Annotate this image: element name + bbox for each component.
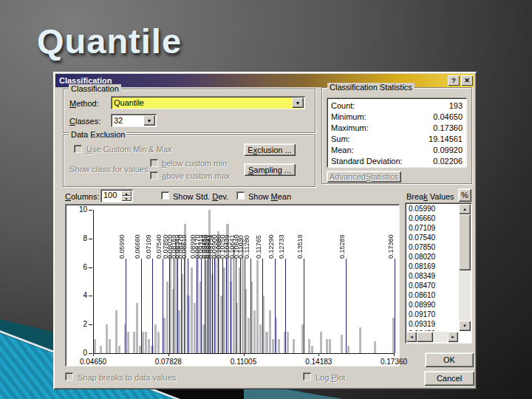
- break-line[interactable]: [163, 259, 163, 353]
- break-line[interactable]: [262, 259, 263, 353]
- break-line[interactable]: [169, 259, 170, 353]
- break-value-list-item[interactable]: 0.09459: [407, 329, 458, 331]
- horizontal-scrollbar[interactable]: ◄ ►: [406, 332, 458, 342]
- break-line[interactable]: [240, 259, 241, 353]
- vertical-scrollbar[interactable]: ▲ ▼: [459, 204, 471, 331]
- break-value-list-item[interactable]: 0.07540: [407, 233, 458, 242]
- close-icon[interactable]: ✕: [461, 75, 473, 86]
- break-line[interactable]: [184, 259, 185, 353]
- break-line[interactable]: [226, 259, 227, 353]
- break-line[interactable]: [275, 259, 276, 353]
- break-line[interactable]: [395, 259, 395, 353]
- statistic-value: 19.14561: [429, 134, 463, 145]
- break-line[interactable]: [188, 259, 188, 353]
- log-plot-checkbox[interactable]: [303, 372, 311, 381]
- break-line[interactable]: [205, 259, 205, 353]
- break-line[interactable]: [346, 259, 347, 353]
- break-line[interactable]: [208, 259, 208, 353]
- x-axis-tick: [394, 353, 395, 356]
- break-line[interactable]: [214, 259, 215, 353]
- break-line[interactable]: [218, 259, 219, 353]
- break-line[interactable]: [250, 259, 251, 353]
- classes-combobox[interactable]: 32 ▼: [111, 114, 157, 127]
- break-line[interactable]: [177, 259, 178, 353]
- ok-button[interactable]: OK: [425, 352, 474, 367]
- data-exclusion-group: Data Exclusion Use Custom Min & Max Show…: [63, 134, 316, 187]
- scroll-left-icon[interactable]: ◄: [406, 332, 417, 342]
- break-value-list-item[interactable]: 0.08169: [407, 262, 458, 271]
- break-line-label: 0.11765: [255, 213, 262, 259]
- classes-label: Classes:: [69, 117, 100, 126]
- break-line[interactable]: [181, 259, 182, 353]
- break-values-listbox[interactable]: 0.059900.066600.071090.075400.078500.080…: [405, 202, 472, 344]
- break-value-list-item[interactable]: 0.07109: [407, 223, 458, 233]
- y-axis-tick-label: 2: [66, 320, 87, 328]
- break-line-label: 0.05990: [118, 213, 126, 259]
- statistics-group-label: Classification Statistics: [327, 83, 415, 92]
- break-line[interactable]: [174, 259, 174, 353]
- break-line-label: 0.11280: [243, 213, 250, 259]
- x-axis-tick: [93, 353, 94, 356]
- x-axis-tick: [244, 353, 245, 356]
- statistics-row: Mean:0.09920: [331, 145, 463, 156]
- classification-group-label: Classification: [69, 84, 121, 93]
- horizontal-scroll-thumb[interactable]: [417, 332, 433, 342]
- use-custom-min-max-checkbox[interactable]: [74, 145, 82, 153]
- statistics-row: Standard Deviation:0.02206: [331, 156, 463, 167]
- cancel-button[interactable]: Cancel: [424, 371, 474, 386]
- advanced-statistics-button[interactable]: Advanced Statistics: [327, 171, 401, 183]
- break-line[interactable]: [304, 259, 304, 353]
- spin-up-icon[interactable]: ▲: [121, 191, 132, 196]
- break-line[interactable]: [126, 259, 126, 353]
- break-line[interactable]: [197, 259, 197, 353]
- break-line-label: 0.06660: [134, 213, 141, 259]
- y-axis-tick-label: 10: [66, 205, 87, 214]
- snap-breaks-checkbox[interactable]: [65, 372, 73, 381]
- method-combobox[interactable]: Quantile ▼: [111, 96, 305, 109]
- slide-title: Quantile: [37, 21, 182, 61]
- y-axis-tick: [89, 296, 92, 296]
- scroll-right-icon[interactable]: ►: [448, 332, 458, 342]
- columns-spinner[interactable]: 100 ▲ ▼: [100, 189, 133, 202]
- break-line[interactable]: [201, 259, 202, 353]
- below-custom-min-checkbox[interactable]: [150, 159, 158, 167]
- break-value-list-item[interactable]: 0.09170: [407, 310, 458, 319]
- break-line[interactable]: [231, 259, 231, 353]
- y-axis-tick-label: 4: [66, 291, 87, 299]
- exclusion-button[interactable]: Exclusion ...: [244, 143, 296, 156]
- chevron-down-icon[interactable]: ▼: [143, 115, 155, 126]
- break-line[interactable]: [152, 259, 153, 353]
- above-custom-max-checkbox[interactable]: [150, 171, 158, 180]
- spin-down-icon[interactable]: ▼: [121, 196, 132, 201]
- help-icon[interactable]: ?: [448, 75, 460, 86]
- break-value-list-item[interactable]: 0.08349: [407, 271, 458, 281]
- chevron-down-icon[interactable]: ▼: [292, 98, 304, 108]
- break-line[interactable]: [245, 259, 245, 353]
- statistic-value: 193: [449, 100, 463, 112]
- show-mean-checkbox[interactable]: [236, 191, 245, 200]
- break-value-list-item[interactable]: 0.05990: [407, 204, 458, 214]
- break-value-list-item[interactable]: 0.07850: [407, 242, 458, 252]
- break-line[interactable]: [212, 259, 213, 353]
- scroll-down-icon[interactable]: ▼: [459, 321, 471, 331]
- break-value-list-item[interactable]: 0.09319: [407, 319, 458, 329]
- statistic-value: 0.09920: [433, 145, 463, 156]
- break-line[interactable]: [285, 259, 286, 353]
- break-value-list-item[interactable]: 0.08470: [407, 281, 458, 290]
- statistic-value: 0.02206: [433, 156, 463, 167]
- break-line[interactable]: [141, 259, 142, 353]
- scroll-up-icon[interactable]: ▲: [459, 204, 471, 214]
- sampling-button[interactable]: Sampling ...: [244, 163, 296, 176]
- show-std-dev-checkbox[interactable]: [161, 191, 169, 200]
- break-value-list-item[interactable]: 0.08020: [407, 252, 458, 262]
- percent-button[interactable]: %: [458, 188, 471, 202]
- break-value-list-item[interactable]: 0.08990: [407, 300, 458, 310]
- use-custom-min-max-label: Use Custom Min & Max: [86, 145, 172, 154]
- break-line[interactable]: [222, 259, 223, 353]
- break-line[interactable]: [236, 259, 236, 353]
- break-value-list-item[interactable]: 0.06660: [407, 214, 458, 223]
- break-line-label: 0.07109: [145, 213, 152, 259]
- break-line[interactable]: [210, 259, 211, 353]
- vertical-scroll-thumb[interactable]: [459, 214, 471, 270]
- break-value-list-item[interactable]: 0.08610: [407, 290, 458, 300]
